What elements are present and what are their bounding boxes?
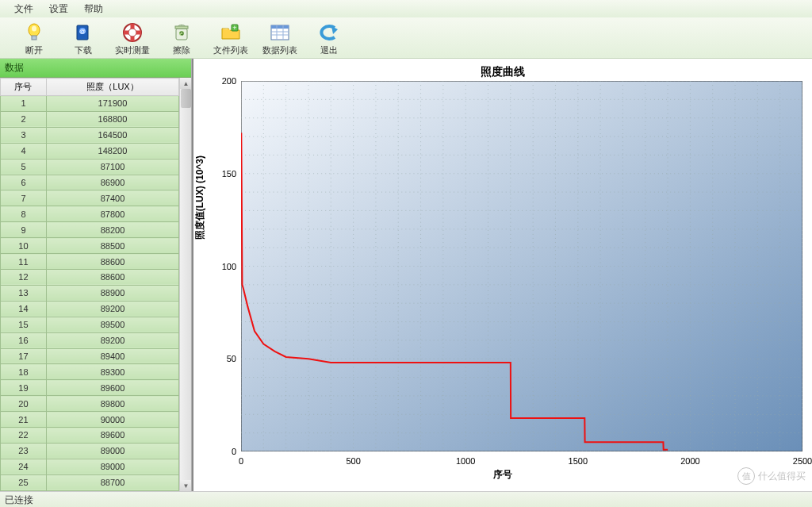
table-row[interactable]: 4148200 (1, 143, 179, 159)
table-row[interactable]: 1589500 (1, 317, 179, 332)
download-icon: @ (72, 21, 94, 44)
x-tick: 2500 (793, 456, 812, 466)
cell-value: 88700 (46, 474, 178, 490)
cell-index: 8 (1, 206, 47, 222)
cell-value: 89000 (46, 459, 178, 474)
table-row[interactable]: 1188600 (1, 254, 179, 270)
col-value-header[interactable]: 照度（LUX） (46, 79, 178, 96)
cell-index: 20 (1, 396, 47, 412)
menu-file[interactable]: 文件 (6, 0, 41, 18)
table-row[interactable]: 988200 (1, 222, 179, 238)
cell-value: 89300 (46, 364, 178, 380)
menubar: 文件 设置 帮助 (0, 0, 812, 17)
scroll-down-arrow-icon[interactable]: ▼ (180, 480, 191, 491)
table-row[interactable]: 887800 (1, 206, 179, 222)
table-row[interactable]: 2190000 (1, 412, 179, 428)
table-row[interactable]: 587100 (1, 159, 179, 175)
table-row[interactable]: 1088500 (1, 238, 179, 254)
table-row[interactable]: 1889300 (1, 364, 179, 380)
cell-index: 18 (1, 364, 47, 380)
table-row[interactable]: 1388900 (1, 285, 179, 301)
data-panel: 数据 序号 照度（LUX） 11719002168800316450041482… (0, 59, 192, 491)
lightbulb-icon (23, 21, 45, 44)
realtime-button[interactable]: 实时测量 (108, 19, 157, 57)
table-row[interactable]: 3164500 (1, 127, 179, 143)
table-row[interactable]: 2588700 (1, 474, 179, 490)
table-row[interactable]: 1689200 (1, 332, 179, 348)
workspace: 数据 序号 照度（LUX） 11719002168800316450041482… (0, 59, 812, 491)
cell-index: 21 (1, 412, 47, 428)
datalist-button[interactable]: 数据列表 (255, 19, 304, 57)
status-bar: 已连接 (0, 491, 812, 507)
table-row[interactable]: 2089800 (1, 396, 179, 412)
cell-index: 19 (1, 380, 47, 396)
erase-button[interactable]: 擦除 (157, 19, 206, 57)
menu-settings[interactable]: 设置 (41, 0, 76, 18)
cell-value: 90000 (46, 412, 178, 428)
filelist-label: 文件列表 (213, 45, 248, 55)
exit-label: 退出 (320, 45, 338, 55)
table-row[interactable]: 1789400 (1, 348, 179, 364)
table-row[interactable]: 686900 (1, 175, 179, 190)
cell-value: 164500 (46, 127, 178, 143)
table-row[interactable]: 2389000 (1, 443, 179, 459)
cell-value: 168800 (46, 111, 178, 127)
cell-value: 89800 (46, 396, 178, 412)
svg-rect-1 (32, 36, 36, 40)
table-icon (269, 21, 291, 44)
scroll-up-arrow-icon[interactable]: ▲ (180, 78, 191, 89)
trash-icon (170, 21, 193, 44)
cell-value: 89200 (46, 301, 178, 317)
cell-index: 22 (1, 428, 47, 444)
download-button[interactable]: @ 下载 (59, 19, 108, 57)
cell-index: 9 (1, 222, 47, 238)
table-row[interactable]: 1288600 (1, 269, 179, 285)
svg-point-7 (128, 29, 136, 36)
table-row[interactable]: 1489200 (1, 301, 179, 317)
data-panel-header: 数据 (0, 59, 191, 78)
status-text: 已连接 (5, 494, 33, 505)
disconnect-button[interactable]: 断开 (10, 19, 59, 57)
table-row[interactable]: 2289600 (1, 428, 179, 444)
realtime-label: 实时测量 (115, 45, 150, 55)
cell-index: 6 (1, 175, 47, 190)
cell-value: 89600 (46, 380, 178, 396)
cell-value: 87100 (46, 159, 178, 175)
cell-value: 148200 (46, 143, 178, 159)
watermark: 值 什么值得买 (737, 467, 806, 485)
svg-text:+: + (232, 23, 236, 31)
filelist-button[interactable]: + 文件列表 (206, 19, 255, 57)
table-row[interactable]: 787400 (1, 190, 179, 206)
table-row[interactable]: 1171900 (1, 96, 179, 112)
chart-panel: 照度曲线 照度值(LUX) (10^3) 序号 0501001502000500… (192, 59, 812, 491)
cell-index: 2 (1, 111, 47, 127)
table-row[interactable]: 2489000 (1, 459, 179, 474)
col-index-header[interactable]: 序号 (1, 79, 47, 96)
erase-label: 擦除 (173, 45, 190, 55)
datalist-label: 数据列表 (262, 45, 297, 55)
cell-index: 14 (1, 301, 47, 317)
table-row[interactable]: 1989600 (1, 380, 179, 396)
exit-button[interactable]: 退出 (304, 19, 354, 57)
cell-value: 171900 (46, 96, 178, 112)
y-axis-label: 照度值(LUX) (10^3) (193, 155, 207, 239)
cell-value: 89200 (46, 332, 178, 348)
scrollbar-thumb[interactable] (181, 89, 191, 108)
x-tick: 2000 (680, 456, 699, 466)
menu-help[interactable]: 帮助 (76, 0, 111, 18)
vertical-scrollbar[interactable]: ▲ ▼ (179, 78, 191, 491)
watermark-text: 什么值得买 (758, 470, 806, 483)
y-tick: 150 (222, 169, 236, 179)
watermark-badge-icon: 值 (737, 467, 755, 485)
cell-index: 5 (1, 159, 47, 175)
cell-index: 4 (1, 143, 47, 159)
cell-index: 15 (1, 317, 47, 332)
cell-index: 23 (1, 443, 47, 459)
x-tick: 1500 (569, 456, 588, 466)
svg-point-2 (32, 25, 36, 31)
x-tick: 0 (239, 456, 243, 466)
disconnect-label: 断开 (25, 45, 43, 55)
cell-value: 88600 (46, 254, 178, 270)
table-row[interactable]: 2168800 (1, 111, 179, 127)
cell-value: 89600 (46, 428, 178, 444)
